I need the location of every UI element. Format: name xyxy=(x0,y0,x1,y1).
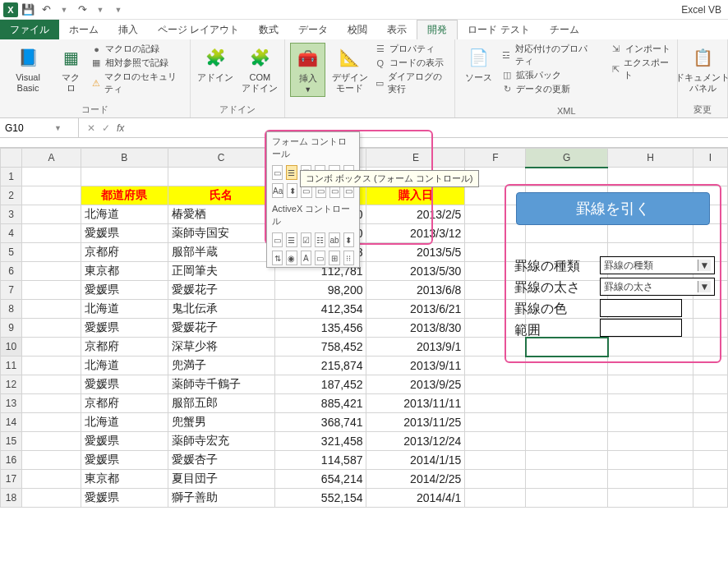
cell[interactable] xyxy=(608,451,693,470)
cell-name[interactable]: 獅子善助 xyxy=(168,489,274,508)
form-combobox-icon[interactable]: ☰ xyxy=(286,165,297,180)
cell[interactable] xyxy=(608,470,693,489)
tab-pagelayout[interactable]: ページ レイアウト xyxy=(148,20,249,39)
cell[interactable] xyxy=(693,375,727,394)
redo-icon[interactable]: ↷ xyxy=(74,2,90,18)
cell[interactable] xyxy=(608,413,693,432)
cell[interactable] xyxy=(465,489,526,508)
namebox-dropdown-icon[interactable]: ▼ xyxy=(54,124,62,132)
cell-pref[interactable]: 北海道 xyxy=(81,356,168,375)
cell-amount[interactable]: 187,452 xyxy=(274,375,366,394)
cell[interactable] xyxy=(21,394,81,413)
visual-basic-button[interactable]: 📘 Visual Basic xyxy=(5,43,51,95)
name-box-input[interactable] xyxy=(5,122,54,134)
cell[interactable] xyxy=(21,300,81,319)
name-box[interactable]: ▼ xyxy=(0,118,79,137)
cell[interactable] xyxy=(81,168,168,186)
cell-name[interactable]: 夏目団子 xyxy=(168,470,274,489)
row-header-7[interactable]: 7 xyxy=(1,281,22,300)
cell-name[interactable]: 愛媛杏子 xyxy=(168,451,274,470)
col-header-G[interactable]: G xyxy=(526,149,608,168)
tab-insert[interactable]: 挿入 xyxy=(108,20,148,39)
cell[interactable] xyxy=(21,243,81,262)
row-header-14[interactable]: 14 xyxy=(1,413,22,432)
row-header-15[interactable]: 15 xyxy=(1,432,22,451)
cell[interactable] xyxy=(693,489,727,508)
tab-file[interactable]: ファイル xyxy=(0,20,59,39)
tab-team[interactable]: チーム xyxy=(540,20,589,39)
cell-pref[interactable]: 東京都 xyxy=(81,262,168,281)
row-header-10[interactable]: 10 xyxy=(1,338,22,356)
cell[interactable] xyxy=(526,356,608,375)
cell-name[interactable]: 服部半蔵 xyxy=(168,243,274,262)
ax-option-icon[interactable]: ◉ xyxy=(286,251,297,265)
cell[interactable] xyxy=(526,451,608,470)
row-header-4[interactable]: 4 xyxy=(1,224,22,243)
cell[interactable] xyxy=(526,338,608,356)
cell-pref[interactable]: 愛媛県 xyxy=(81,489,168,508)
cell[interactable] xyxy=(21,356,81,375)
cell-amount[interactable]: 114,587 xyxy=(274,451,366,470)
cell-pref[interactable]: 愛媛県 xyxy=(81,375,168,394)
undo-icon[interactable]: ↶ xyxy=(38,2,54,18)
col-header-H[interactable]: H xyxy=(608,149,693,168)
row-header-2[interactable]: 2 xyxy=(1,186,22,205)
row-header-11[interactable]: 11 xyxy=(1,356,22,375)
cell-date[interactable]: 2013/2/5 xyxy=(366,205,465,224)
map-props-button[interactable]: ☲対応付けのプロパティ xyxy=(501,43,596,67)
cell[interactable] xyxy=(608,489,693,508)
cell-pref[interactable]: 北海道 xyxy=(81,413,168,432)
cell-date[interactable]: 2013/5/5 xyxy=(366,243,465,262)
macro-security-button[interactable]: ⚠マクロのセキュリティ xyxy=(90,71,185,95)
line-weight-combo[interactable]: 罫線の太さ ▼ xyxy=(600,278,715,296)
cell[interactable] xyxy=(21,432,81,451)
cell[interactable] xyxy=(608,168,693,186)
cell[interactable] xyxy=(168,168,274,186)
row-header-18[interactable]: 18 xyxy=(1,489,22,508)
col-header-I[interactable]: I xyxy=(693,149,727,168)
cell[interactable] xyxy=(526,489,608,508)
cell-amount[interactable]: 885,421 xyxy=(274,394,366,413)
cell-amount[interactable]: 368,741 xyxy=(274,413,366,432)
cell-date[interactable]: 2013/6/21 xyxy=(366,300,465,319)
cell[interactable] xyxy=(465,470,526,489)
cell-name[interactable]: 正岡筆夫 xyxy=(168,262,274,281)
cell[interactable] xyxy=(693,224,727,243)
qat-customize-icon[interactable]: ▼ xyxy=(110,2,127,18)
select-all[interactable] xyxy=(1,149,22,168)
cell-pref[interactable]: 東京都 xyxy=(81,470,168,489)
cell-name[interactable]: 薬師寺千鶴子 xyxy=(168,375,274,394)
cancel-icon[interactable]: ✕ xyxy=(87,122,95,134)
cell-pref[interactable]: 京都府 xyxy=(81,338,168,356)
cell[interactable] xyxy=(693,319,727,338)
ax-checkbox-icon[interactable]: ☑ xyxy=(301,232,311,247)
cell-date[interactable]: 2013/3/12 xyxy=(366,224,465,243)
record-macro-button[interactable]: ●マクロの記録 xyxy=(90,43,185,55)
cell[interactable] xyxy=(693,168,727,186)
cell[interactable] xyxy=(465,375,526,394)
col-header-C[interactable]: C xyxy=(168,149,274,168)
tab-developer[interactable]: 開発 xyxy=(417,20,458,39)
row-header-1[interactable]: 1 xyxy=(1,168,22,186)
addin-button[interactable]: 🧩アドイン xyxy=(196,43,235,85)
expansion-pack-button[interactable]: ◫拡張パック xyxy=(501,69,596,81)
cell[interactable] xyxy=(608,432,693,451)
cell-date[interactable]: 2013/11/25 xyxy=(366,413,465,432)
cell[interactable] xyxy=(526,375,608,394)
cell-pref[interactable]: 愛媛県 xyxy=(81,432,168,451)
tab-review[interactable]: 校閲 xyxy=(338,20,377,39)
design-mode-button[interactable]: 📐デザイン モード xyxy=(330,43,370,95)
cell-name[interactable]: 兜満子 xyxy=(168,356,274,375)
cell[interactable] xyxy=(693,338,727,356)
cell-date[interactable]: 2013/9/11 xyxy=(366,356,465,375)
fx-icon[interactable]: fx xyxy=(117,122,124,134)
cell[interactable] xyxy=(465,394,526,413)
cell[interactable] xyxy=(465,224,526,243)
relative-ref-button[interactable]: ▦相対参照で記録 xyxy=(90,57,185,69)
tab-home[interactable]: ホーム xyxy=(59,20,108,39)
cell[interactable] xyxy=(608,224,693,243)
draw-border-button[interactable]: 罫線を引く xyxy=(516,192,710,225)
cell-name[interactable]: 愛媛花子 xyxy=(168,281,274,300)
form-button-icon[interactable]: ▭ xyxy=(272,165,283,180)
cell[interactable] xyxy=(465,413,526,432)
